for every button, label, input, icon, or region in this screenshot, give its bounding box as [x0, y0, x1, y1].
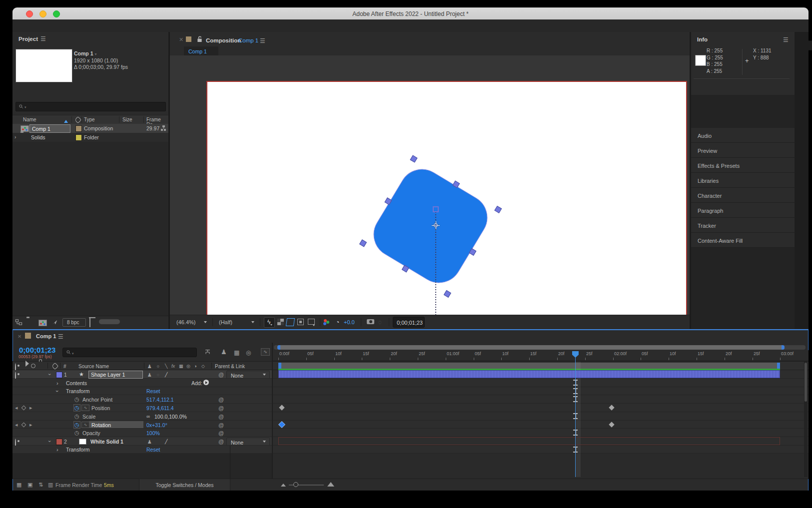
- property-pick-whip-icon[interactable]: @: [218, 405, 224, 411]
- add-keyframe-diamond[interactable]: [21, 423, 26, 428]
- delete-item-icon[interactable]: [89, 318, 90, 327]
- property-value[interactable]: 0x+31.0°: [146, 423, 167, 428]
- motion-path-keyframe-marker[interactable]: [433, 206, 439, 212]
- fast-previews-button[interactable]: ϟ: [264, 317, 275, 328]
- work-area-bar[interactable]: [278, 363, 780, 369]
- parent-pick-whip-icon[interactable]: @: [218, 439, 224, 445]
- toggle-switches-modes-button[interactable]: Toggle Switches / Modes: [139, 479, 230, 491]
- previous-keyframe-arrow[interactable]: ◀: [15, 423, 17, 427]
- add-keyframe-diamond[interactable]: [21, 406, 26, 411]
- current-time-indicator-line[interactable]: [575, 356, 576, 477]
- add-shape-button[interactable]: [203, 380, 209, 385]
- contents-expand-chevron[interactable]: ›: [56, 380, 58, 386]
- composition-panel-menu-icon[interactable]: ☰: [260, 37, 266, 44]
- layer-bar-shape-layer-1[interactable]: [278, 370, 780, 378]
- transform-reset-button[interactable]: Reset: [146, 447, 160, 453]
- stopwatch-icon[interactable]: ◷: [74, 396, 79, 403]
- project-row-comp1[interactable]: Comp 1 Composition 29.97: [12, 124, 168, 133]
- property-value[interactable]: 517.4,112.1: [146, 397, 174, 403]
- sidebar-panel-effects-presets[interactable]: Effects & Presets: [691, 158, 795, 173]
- source-name-column[interactable]: Source Name: [78, 364, 109, 369]
- graph-editor-icon[interactable]: ∿: [261, 348, 270, 356]
- timeline-search-box[interactable]: ▾: [62, 348, 197, 357]
- previous-keyframe-arrow[interactable]: ◀: [15, 406, 17, 410]
- anchor-point-icon[interactable]: [432, 221, 440, 229]
- zoom-in-mountain-icon[interactable]: [327, 482, 334, 487]
- time-navigator-thumb[interactable]: [277, 345, 785, 350]
- transform-expand-chevron[interactable]: ›: [56, 447, 58, 453]
- scrollbar-thumb[interactable]: [805, 363, 807, 402]
- time-navigator-start-handle[interactable]: [277, 345, 280, 350]
- property-row-anchor-point[interactable]: ◷ Anchor Point 517.4,112.1 @: [12, 395, 272, 404]
- project-panel-menu-icon[interactable]: ☰: [40, 35, 46, 42]
- graph-editor-property-icon[interactable]: ∿: [81, 422, 89, 428]
- timeline-zoom-slider-handle[interactable]: [293, 482, 298, 487]
- sidebar-panel-paragraph[interactable]: Paragraph: [691, 203, 795, 218]
- sidebar-panel-character[interactable]: Character: [691, 188, 795, 203]
- composition-viewport[interactable]: [170, 55, 690, 315]
- current-time-display[interactable]: 0;00;01;23: [19, 346, 55, 354]
- property-row-position[interactable]: ◀ ▶ ◷ ∿ Position 979.4,611.4 @: [12, 404, 272, 412]
- sidebar-panel-tracker[interactable]: Tracker: [691, 218, 795, 233]
- column-size[interactable]: Size: [122, 117, 132, 122]
- label-color-swatch[interactable]: [75, 125, 82, 132]
- mask-visibility-icon[interactable]: [286, 318, 295, 326]
- project-row-solids[interactable]: › Solids Folder: [12, 133, 168, 142]
- quality-switch[interactable]: ╱: [165, 439, 167, 444]
- collapse-switch[interactable]: ☼: [156, 372, 160, 377]
- next-keyframe-arrow[interactable]: ▶: [29, 406, 32, 410]
- sidebar-panel-preview[interactable]: Preview: [691, 143, 795, 158]
- preview-time-display[interactable]: 0;00;01;23: [393, 317, 425, 328]
- property-row-scale[interactable]: ◷ Scale ∞ 100.0,100.0% @: [12, 412, 272, 421]
- stopwatch-icon-active[interactable]: ◷: [73, 421, 80, 429]
- property-label[interactable]: Anchor Point: [82, 397, 112, 403]
- layer-color-swatch[interactable]: [56, 439, 62, 445]
- project-row-name[interactable]: Solids: [31, 135, 45, 140]
- property-group-contents[interactable]: › Contents Add:: [12, 379, 272, 387]
- composition-tab[interactable]: Comp 1: [184, 46, 218, 55]
- project-bit-depth-button[interactable]: 8 bpc: [62, 318, 86, 327]
- shy-layers-icon[interactable]: ♟: [221, 348, 227, 356]
- project-search-box[interactable]: ▾: [15, 102, 166, 111]
- property-label[interactable]: Rotation: [91, 423, 111, 428]
- expand-switches-pane-icon[interactable]: ▣: [27, 482, 32, 488]
- property-value[interactable]: 100.0,100.0%: [154, 414, 187, 420]
- stopwatch-icon[interactable]: ◷: [74, 413, 79, 420]
- property-group-transform-solid[interactable]: › Transform Reset: [12, 446, 272, 454]
- label-color-swatch[interactable]: [75, 134, 82, 141]
- panel-close-icon[interactable]: ✕: [179, 36, 183, 43]
- expand-transfer-controls-icon[interactable]: ⇅: [38, 482, 43, 488]
- property-value[interactable]: 100%: [146, 431, 160, 436]
- stopwatch-icon[interactable]: ◷: [74, 430, 79, 436]
- property-row-rotation[interactable]: ◀ ▶ ◷ ∿ Rotation 0x+31.0° @: [12, 421, 272, 429]
- titlebar[interactable]: Adobe After Effects 2022 - Untitled Proj…: [12, 7, 809, 20]
- region-of-interest-icon[interactable]: [297, 319, 304, 325]
- next-keyframe-arrow[interactable]: ▶: [29, 423, 32, 427]
- zoom-out-mountain-icon[interactable]: [281, 484, 286, 487]
- sidebar-panel-libraries[interactable]: Libraries: [691, 173, 795, 188]
- property-value[interactable]: 979.4,611.4: [146, 406, 174, 411]
- work-area-start-handle[interactable]: [278, 363, 281, 369]
- property-label[interactable]: Opacity: [82, 431, 100, 436]
- quality-switch[interactable]: ╱: [165, 372, 167, 377]
- timeline-panel-menu-icon[interactable]: ☰: [58, 333, 64, 340]
- frame-blending-icon[interactable]: ▦: [234, 349, 239, 356]
- layer-name-box[interactable]: Shape Layer 1: [88, 371, 143, 379]
- timeline-tab-close-icon[interactable]: ✕: [17, 334, 21, 339]
- property-pick-whip-icon[interactable]: @: [218, 430, 224, 436]
- sidebar-panel-audio[interactable]: Audio: [691, 128, 795, 143]
- property-pick-whip-icon[interactable]: @: [218, 414, 224, 420]
- project-horizontal-scrollbar[interactable]: [99, 319, 120, 324]
- info-panel-menu-icon[interactable]: ☰: [783, 36, 789, 43]
- layer-color-swatch[interactable]: [56, 372, 62, 378]
- property-group-transform[interactable]: › Transform Reset: [12, 387, 272, 395]
- snapshot-camera-icon[interactable]: [367, 319, 374, 324]
- layer-row-shape-layer-1[interactable]: › 1 ★ Shape Layer 1 ♟ ☼ ╱ @ None: [12, 370, 272, 379]
- comp-mini-flowchart-icon[interactable]: [204, 349, 211, 356]
- composition-panel-active-comp[interactable]: Comp 1: [238, 37, 258, 43]
- unlock-icon[interactable]: [197, 36, 202, 42]
- exposure-reset-icon[interactable]: ◔: [336, 319, 339, 326]
- channel-rgb-icon[interactable]: [324, 319, 327, 322]
- column-name[interactable]: Name: [23, 117, 36, 122]
- transform-reset-button[interactable]: Reset: [146, 389, 160, 394]
